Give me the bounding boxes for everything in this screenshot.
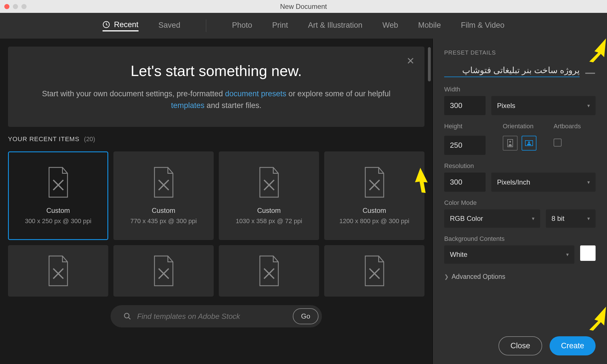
chevron-down-icon: ▾ bbox=[532, 215, 534, 222]
recent-items-header: YOUR RECENT ITEMS (20) bbox=[8, 135, 424, 143]
save-preset-icon[interactable] bbox=[585, 66, 596, 75]
preset-dims: 300 x 250 px @ 300 ppi bbox=[25, 217, 91, 225]
minimize-window-icon[interactable] bbox=[13, 4, 18, 9]
close-icon[interactable]: ✕ bbox=[406, 55, 414, 67]
document-icon bbox=[362, 167, 387, 198]
main-content: ✕ Let's start something new. Start with … bbox=[0, 39, 433, 364]
link-templates[interactable]: templates bbox=[171, 101, 205, 110]
document-name-input[interactable] bbox=[444, 63, 580, 77]
recent-items-grid: Custom 300 x 250 px @ 300 ppi Custom 770… bbox=[8, 151, 424, 297]
recent-items-count: (20) bbox=[84, 135, 95, 143]
tab-print[interactable]: Print bbox=[272, 21, 288, 31]
tab-film[interactable]: Film & Video bbox=[461, 21, 504, 31]
width-input[interactable] bbox=[444, 96, 486, 115]
window-title: New Document bbox=[280, 3, 327, 11]
preset-name: Custom bbox=[152, 207, 175, 215]
preset-card[interactable] bbox=[8, 245, 108, 297]
background-color-swatch[interactable] bbox=[580, 245, 596, 261]
width-label: Width bbox=[444, 86, 596, 93]
resolution-input[interactable] bbox=[444, 173, 486, 192]
clock-icon bbox=[103, 21, 110, 28]
document-icon bbox=[151, 255, 177, 287]
hero-text: Start with your own document settings, p… bbox=[28, 88, 404, 111]
create-button[interactable]: Create bbox=[550, 336, 596, 355]
search-icon bbox=[123, 312, 131, 320]
chevron-right-icon: ❯ bbox=[444, 273, 449, 280]
svg-point-5 bbox=[528, 141, 530, 143]
preset-name: Custom bbox=[362, 207, 386, 215]
titlebar: New Document bbox=[0, 0, 607, 13]
preset-dims: 1200 x 800 px @ 300 ppi bbox=[339, 217, 409, 225]
resolution-units-select[interactable]: Pixels/Inch ▾ bbox=[491, 173, 596, 192]
preset-card[interactable] bbox=[324, 245, 424, 297]
artboards-checkbox[interactable] bbox=[554, 139, 562, 147]
preset-card[interactable] bbox=[113, 245, 214, 297]
template-search: Go bbox=[111, 305, 322, 327]
preset-name: Custom bbox=[257, 207, 281, 215]
background-select[interactable]: White ▾ bbox=[444, 245, 574, 264]
portrait-icon bbox=[507, 139, 513, 147]
document-icon bbox=[362, 255, 387, 287]
document-icon bbox=[151, 167, 177, 198]
tab-divider bbox=[206, 19, 206, 32]
chevron-down-icon: ▾ bbox=[587, 179, 590, 185]
recent-items-label: YOUR RECENT ITEMS bbox=[8, 135, 79, 143]
height-label: Height bbox=[444, 123, 486, 130]
preset-dims: 770 x 435 px @ 300 ppi bbox=[130, 217, 197, 225]
orientation-landscape-button[interactable] bbox=[522, 136, 536, 151]
close-button[interactable]: Close bbox=[498, 336, 542, 355]
document-icon bbox=[45, 255, 71, 287]
chevron-down-icon: ▾ bbox=[587, 215, 590, 222]
color-mode-select[interactable]: RGB Color ▾ bbox=[444, 209, 540, 228]
artboards-label: Artboards bbox=[554, 123, 581, 130]
scrollbar[interactable] bbox=[428, 47, 431, 81]
svg-point-3 bbox=[509, 141, 511, 143]
bg-label: Background Contents bbox=[444, 235, 596, 243]
tab-mobile[interactable]: Mobile bbox=[418, 21, 441, 31]
resolution-label: Resolution bbox=[444, 162, 596, 170]
preset-card[interactable]: Custom 1200 x 800 px @ 300 ppi bbox=[324, 151, 424, 240]
orientation-label: Orientation bbox=[503, 123, 536, 130]
preset-details-panel: PRESET DETAILS Width Pixels ▾ Height bbox=[433, 39, 607, 364]
bit-depth-select[interactable]: 8 bit ▾ bbox=[546, 209, 596, 228]
tab-photo[interactable]: Photo bbox=[232, 21, 252, 31]
preset-dims: 1030 x 358 px @ 72 ppi bbox=[236, 217, 302, 225]
document-icon bbox=[256, 167, 282, 198]
height-input[interactable] bbox=[444, 136, 486, 155]
units-select[interactable]: Pixels ▾ bbox=[491, 96, 596, 115]
search-input[interactable] bbox=[137, 312, 287, 321]
landscape-icon bbox=[525, 140, 533, 146]
link-presets[interactable]: document presets bbox=[225, 89, 287, 98]
hero-banner: ✕ Let's start something new. Start with … bbox=[8, 47, 424, 127]
preset-card[interactable]: Custom 300 x 250 px @ 300 ppi bbox=[8, 151, 108, 240]
svg-point-1 bbox=[125, 313, 129, 318]
tab-art[interactable]: Art & Illustration bbox=[308, 21, 362, 31]
tab-recent[interactable]: Recent bbox=[103, 20, 139, 31]
advanced-options-toggle[interactable]: ❯ Advanced Options bbox=[444, 273, 596, 281]
document-icon bbox=[45, 167, 71, 198]
preset-card[interactable]: Custom 1030 x 358 px @ 72 ppi bbox=[219, 151, 319, 240]
panel-title: PRESET DETAILS bbox=[444, 49, 596, 56]
preset-card[interactable]: Custom 770 x 435 px @ 300 ppi bbox=[113, 151, 214, 240]
maximize-window-icon[interactable] bbox=[21, 4, 27, 9]
orientation-portrait-button[interactable] bbox=[503, 136, 518, 151]
window-controls bbox=[4, 4, 27, 9]
category-tabs: Recent Saved Photo Print Art & Illustrat… bbox=[0, 13, 607, 39]
colormode-label: Color Mode bbox=[444, 199, 596, 207]
tab-recent-label: Recent bbox=[114, 20, 139, 29]
preset-name: Custom bbox=[46, 207, 70, 215]
chevron-down-icon: ▾ bbox=[587, 103, 590, 109]
hero-heading: Let's start something new. bbox=[28, 62, 404, 79]
document-icon bbox=[256, 255, 282, 287]
go-button[interactable]: Go bbox=[293, 308, 318, 324]
chevron-down-icon: ▾ bbox=[566, 251, 569, 258]
close-window-icon[interactable] bbox=[4, 4, 9, 9]
tab-web[interactable]: Web bbox=[382, 21, 398, 31]
preset-card[interactable] bbox=[219, 245, 319, 297]
tab-saved[interactable]: Saved bbox=[159, 21, 181, 31]
